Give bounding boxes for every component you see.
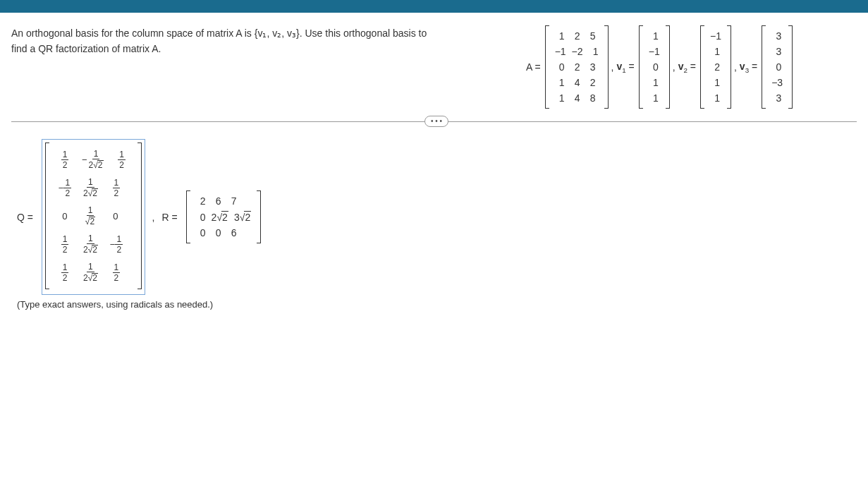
cell: 2 bbox=[193, 193, 209, 209]
cell: 4 bbox=[568, 75, 583, 90]
cell: 0 bbox=[193, 225, 209, 241]
cell: 2 bbox=[568, 28, 583, 44]
cell: 12 bbox=[52, 230, 78, 258]
cell: 0 bbox=[193, 209, 209, 225]
cell: 1 bbox=[646, 75, 661, 90]
matrix-A: 125−1−21023142148 bbox=[545, 25, 609, 109]
given-matrices: A = 125−1−21023142148 , v1 = 1−1011 , v2… bbox=[526, 25, 793, 109]
cell: −1 bbox=[707, 28, 724, 44]
cell: 0 bbox=[103, 202, 128, 230]
vector-v3: 330−33 bbox=[762, 25, 793, 109]
cell: 0 bbox=[552, 59, 568, 75]
problem-text: An orthogonal basis for the column space… bbox=[11, 25, 526, 57]
cell: 12 bbox=[109, 145, 135, 174]
problem-row: An orthogonal basis for the column space… bbox=[11, 25, 857, 109]
cell: 122 bbox=[78, 230, 104, 258]
cell: 0 bbox=[769, 59, 784, 75]
cell: − 122 bbox=[78, 145, 109, 174]
cell: 12 bbox=[104, 258, 129, 286]
cell: − 12 bbox=[104, 230, 129, 258]
cell: 3 bbox=[769, 90, 784, 106]
cell: 1 bbox=[646, 90, 661, 106]
comma: , bbox=[734, 61, 737, 73]
content: An orthogonal basis for the column space… bbox=[0, 13, 868, 317]
cell: − 12 bbox=[52, 174, 78, 202]
label-v2: v2 = bbox=[678, 61, 696, 74]
matrix-Q: 12− 12212− 1212212012012122− 121212212 bbox=[45, 143, 142, 289]
vector-v1: 1−1011 bbox=[639, 25, 670, 109]
cell: −2 bbox=[569, 44, 586, 59]
cell: 122 bbox=[78, 174, 104, 202]
cell: 6 bbox=[224, 225, 240, 241]
answer-area: Q = 12− 12212− 1212212012012122− 1212122… bbox=[11, 139, 857, 295]
cell: 0 bbox=[52, 202, 78, 230]
vector-v2: −11211 bbox=[700, 25, 731, 109]
cell: 1 bbox=[707, 90, 723, 106]
cell: 7 bbox=[224, 193, 240, 209]
cell: 22 bbox=[209, 209, 231, 225]
cell: 12 bbox=[78, 202, 103, 230]
basis-set: {v₁, v₂, v₃} bbox=[255, 28, 300, 39]
cell: 0 bbox=[646, 59, 661, 75]
label-R: R = bbox=[161, 212, 177, 223]
cell: 1 bbox=[552, 90, 568, 106]
problem-line1b: . Use this orthogonal basis to bbox=[300, 28, 427, 39]
cell: 12 bbox=[104, 174, 129, 202]
problem-line2: find a QR factorization of matrix A. bbox=[11, 43, 161, 54]
cell: 5 bbox=[583, 28, 599, 44]
cell: 3 bbox=[769, 28, 784, 44]
hint-text: (Type exact answers, using radicals as n… bbox=[11, 295, 857, 310]
comma: , bbox=[152, 212, 155, 223]
cell: 1 bbox=[552, 75, 568, 90]
cell: 1 bbox=[552, 28, 568, 44]
cell: 1 bbox=[707, 44, 723, 59]
cell: −1 bbox=[552, 44, 569, 59]
label-v3: v3 = bbox=[740, 61, 757, 74]
cell: 2 bbox=[568, 59, 583, 75]
label-v1: v1 = bbox=[616, 61, 634, 74]
cell: 3 bbox=[583, 59, 599, 75]
problem-line1a: An orthogonal basis for the column space… bbox=[11, 28, 255, 39]
cell: −1 bbox=[646, 44, 663, 59]
cell: 1 bbox=[646, 28, 661, 44]
answer-Q-box[interactable]: 12− 12212− 1212212012012122− 121212212 bbox=[42, 139, 145, 295]
label-A: A = bbox=[526, 61, 541, 73]
cell: 32 bbox=[231, 209, 254, 225]
cell: −3 bbox=[769, 75, 786, 90]
cell: 1 bbox=[586, 44, 601, 59]
cell: 1 bbox=[707, 75, 723, 90]
cell: 3 bbox=[769, 44, 784, 59]
cell: 122 bbox=[78, 258, 104, 286]
cell: 4 bbox=[568, 90, 583, 106]
divider: • • • bbox=[11, 121, 857, 122]
label-Q: Q = bbox=[17, 212, 33, 223]
comma: , bbox=[673, 61, 676, 73]
cell: 6 bbox=[209, 193, 224, 209]
expand-button[interactable]: • • • bbox=[424, 116, 448, 127]
cell: 8 bbox=[583, 90, 599, 106]
cell: 2 bbox=[583, 75, 599, 90]
cell: 12 bbox=[52, 258, 78, 286]
cell: 0 bbox=[209, 225, 224, 241]
comma: , bbox=[611, 61, 614, 73]
cell: 2 bbox=[707, 59, 723, 75]
cell: 12 bbox=[52, 145, 78, 174]
matrix-R: 26702232006 bbox=[186, 190, 262, 243]
header-bar bbox=[0, 0, 868, 13]
